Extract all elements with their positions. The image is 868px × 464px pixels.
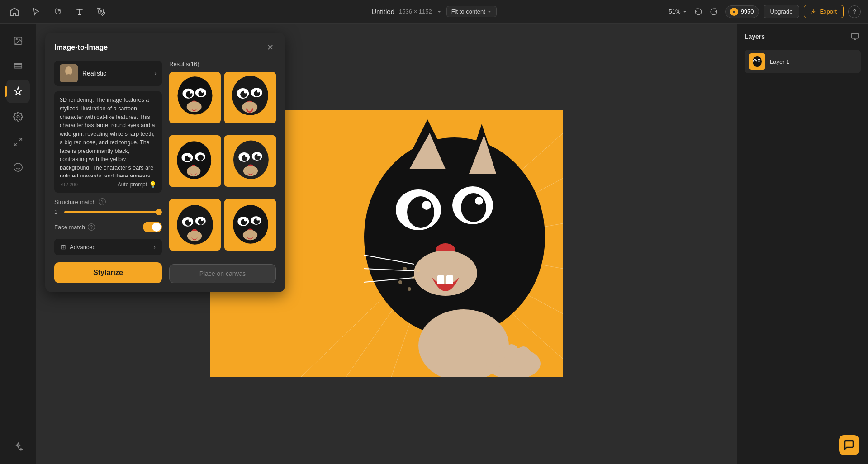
svg-point-105 (244, 218, 247, 221)
svg-point-46 (516, 346, 531, 365)
svg-rect-109 (852, 33, 859, 38)
zoom-control[interactable]: 51% (669, 8, 687, 15)
undo-redo-group (692, 5, 721, 19)
svg-point-95 (189, 219, 191, 222)
structure-match-label: Structure match ? (54, 198, 162, 205)
right-sidebar: Layers Layer 1 (737, 24, 868, 464)
slider-thumb[interactable] (156, 209, 162, 215)
svg-point-66 (244, 91, 247, 94)
canvas-title: Untitled (371, 8, 394, 15)
topbar-right: 51% ● 9950 Upgrade E (580, 5, 861, 19)
result-thumb-3[interactable] (169, 135, 221, 187)
face-match-control: Face match ? (54, 222, 162, 232)
left-panel: Realistic › 3D rendering. The image feat… (54, 61, 162, 283)
bulb-icon: 💡 (149, 181, 157, 188)
svg-point-57 (201, 90, 204, 93)
structure-match-info-icon[interactable]: ? (99, 198, 106, 205)
coin-icon: ● (730, 8, 738, 16)
redo-button[interactable] (707, 5, 721, 19)
svg-point-56 (190, 91, 192, 94)
advanced-chevron-icon: › (153, 243, 156, 251)
layers-header: Layers (745, 31, 861, 43)
prompt-text[interactable]: 3D rendering. The image features a styli… (60, 96, 157, 177)
sidebar-item-magic[interactable] (6, 435, 30, 459)
image-to-image-panel: Image-to-Image ✕ R (45, 33, 285, 292)
svg-rect-33 (446, 275, 453, 284)
chat-badge[interactable] (839, 435, 859, 455)
slider-fill (64, 211, 160, 213)
layer-name: Layer 1 (770, 58, 789, 65)
panel-header: Image-to-Image ✕ (54, 42, 276, 53)
layer-item[interactable]: Layer 1 (745, 50, 861, 73)
sliders-icon: ⊞ (61, 243, 66, 251)
size-dropdown-icon[interactable] (436, 9, 442, 14)
draw-tool[interactable] (94, 5, 109, 19)
text-tool[interactable] (72, 5, 87, 19)
svg-point-38 (403, 267, 407, 270)
topbar-center: Untitled 1536 × 1152 Fit to content (294, 6, 574, 17)
svg-point-29 (475, 197, 483, 205)
close-panel-button[interactable]: ✕ (264, 42, 276, 53)
result-thumb-2[interactable] (224, 72, 276, 123)
coins-badge: ● 9950 (725, 5, 759, 18)
svg-point-115 (758, 60, 760, 62)
style-selector[interactable]: Realistic › (54, 61, 162, 86)
sidebar-item-layers[interactable] (6, 54, 30, 78)
sidebar-item-image[interactable] (6, 29, 30, 52)
advanced-left: ⊞ Advanced (61, 243, 96, 251)
result-thumb-4[interactable] (224, 135, 276, 187)
hand-tool[interactable] (51, 5, 65, 19)
result-thumb-5[interactable] (169, 199, 221, 251)
select-tool[interactable] (29, 5, 43, 19)
export-button[interactable]: Export (804, 5, 844, 18)
result-thumb-6[interactable] (224, 199, 276, 251)
fit-to-content-button[interactable]: Fit to content (446, 6, 497, 17)
sidebar-item-face[interactable] (6, 156, 30, 179)
home-button[interactable] (7, 5, 22, 19)
results-grid (169, 72, 276, 259)
svg-point-76 (188, 155, 191, 158)
svg-point-85 (245, 155, 248, 157)
face-match-info-icon[interactable]: ? (88, 223, 95, 231)
sidebar-item-generate[interactable] (6, 80, 30, 103)
slider-track[interactable] (64, 211, 162, 213)
svg-point-116 (755, 60, 756, 61)
topbar: Untitled 1536 × 1152 Fit to content 51% (0, 0, 868, 24)
svg-point-42 (417, 270, 420, 272)
help-button[interactable]: ? (848, 5, 861, 18)
upgrade-button[interactable]: Upgrade (764, 5, 800, 18)
layers-title: Layers (745, 33, 765, 40)
left-sidebar (0, 24, 36, 464)
advanced-section[interactable]: ⊞ Advanced › (54, 239, 162, 255)
svg-point-69 (242, 102, 257, 113)
svg-point-26 (407, 196, 434, 228)
svg-point-28 (422, 201, 431, 210)
svg-point-27 (461, 193, 486, 222)
svg-point-86 (257, 154, 260, 156)
sidebar-item-settings[interactable] (6, 105, 30, 128)
result-thumb-1[interactable] (169, 72, 221, 123)
results-header: Results(16) (169, 61, 276, 67)
panel-title: Image-to-Image (54, 43, 108, 52)
svg-point-5 (17, 115, 19, 118)
coins-count: 9950 (741, 8, 754, 15)
prompt-area[interactable]: 3D rendering. The image features a styli… (54, 91, 162, 193)
svg-point-23 (364, 137, 545, 336)
layer-thumbnail (749, 53, 765, 70)
svg-point-2 (16, 38, 17, 40)
sidebar-item-resize[interactable] (6, 130, 30, 154)
structure-match-slider[interactable]: 1 (54, 209, 162, 215)
face-match-toggle[interactable] (143, 222, 162, 232)
undo-button[interactable] (692, 5, 705, 19)
canvas-size: 1536 × 1152 (399, 8, 432, 15)
canvas-area[interactable]: Image-to-Image ✕ R (36, 24, 737, 464)
toggle-knob (152, 223, 161, 232)
place-on-canvas-button[interactable]: Place on canvas (169, 264, 276, 283)
layers-expand-button[interactable] (849, 31, 861, 43)
svg-point-40 (398, 280, 402, 284)
char-count: 79 / 200 (60, 182, 78, 187)
auto-prompt-button[interactable]: Auto prompt 💡 (118, 181, 157, 188)
stylarize-button[interactable]: Stylarize (54, 262, 162, 283)
svg-point-106 (256, 218, 259, 220)
svg-rect-3 (14, 64, 22, 66)
